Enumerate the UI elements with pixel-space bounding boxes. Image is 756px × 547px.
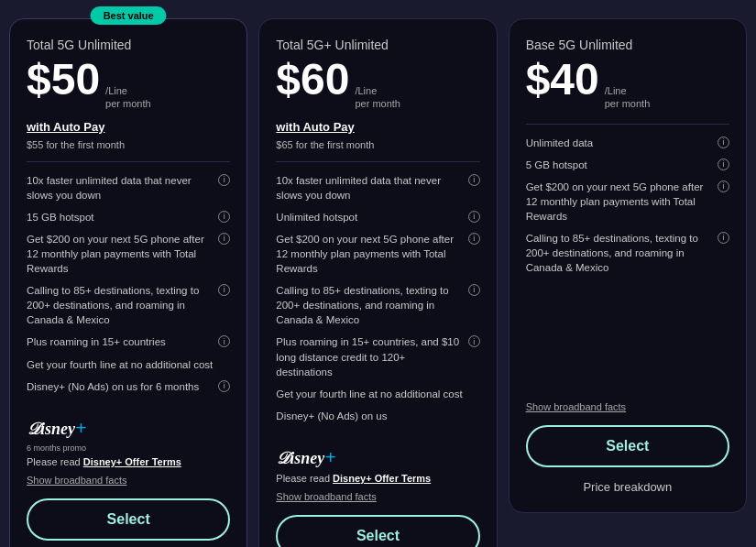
info-icon[interactable]: i	[468, 211, 480, 223]
feature-text: Disney+ (No Ads) on us	[276, 409, 479, 423]
offer-terms: Please read Disney+ Offer Terms	[27, 456, 230, 467]
feature-text: Get $200 on your next 5G phone after 12 …	[276, 232, 464, 276]
first-month-note: $65 for the first month	[276, 139, 479, 150]
feature-text: Plus roaming in 15+ countries, and $10 l…	[276, 334, 464, 378]
plan-card-base-5g-unlimited: Base 5G Unlimited $40 /Line per month Un…	[509, 18, 747, 513]
disney-wordmark: 𝒟isney+	[276, 445, 336, 469]
offer-terms-link[interactable]: Disney+ Offer Terms	[83, 456, 181, 467]
disney-plus-sign: +	[75, 416, 87, 439]
plan-feature-5: Get your fourth line at no additional co…	[276, 383, 479, 405]
info-icon[interactable]: i	[718, 232, 729, 244]
disney-plus-sign: +	[324, 445, 336, 468]
feature-text: 10x faster unlimited data that never slo…	[27, 173, 214, 202]
info-icon[interactable]: i	[468, 284, 480, 296]
info-icon[interactable]: i	[218, 174, 230, 186]
plan-feature-1: 5 GB hotspot i	[526, 154, 729, 176]
plan-card-total-5g-unlimited: Best valueTotal 5G Unlimited $50 /Line p…	[9, 18, 247, 547]
auto-pay-label: with Auto Pay	[276, 120, 479, 134]
best-value-badge: Best value	[91, 6, 167, 25]
offer-terms-link[interactable]: Disney+ Offer Terms	[333, 473, 431, 484]
feature-text: Calling to 85+ destinations, texting to …	[526, 231, 714, 275]
disney-logo: 𝒟isney+	[27, 416, 230, 440]
plan-features: Unlimited data i 5 GB hotspot i Get $200…	[526, 132, 729, 390]
info-icon[interactable]: i	[718, 181, 729, 192]
feature-text: Plus roaming in 15+ countries	[27, 334, 214, 349]
feature-text: Get $200 on your next 5G phone after 12 …	[526, 180, 714, 224]
first-month-note: $55 for the first month	[27, 139, 230, 150]
plan-price-row: $50 /Line per month	[27, 58, 230, 111]
plan-price-amount: $50	[27, 58, 100, 102]
plan-price-unit: /Line	[355, 84, 400, 97]
plan-price-unit: /Line	[105, 84, 151, 97]
feature-text: 10x faster unlimited data that never slo…	[276, 173, 464, 202]
plan-price-row: $40 /Line per month	[526, 58, 729, 111]
broadband-link[interactable]: Show broadband facts	[526, 401, 729, 412]
plan-price-amount: $40	[526, 58, 599, 102]
info-icon[interactable]: i	[218, 211, 230, 223]
disney-promo: 6 months promo	[27, 443, 230, 453]
plan-price-row: $60 /Line per month	[276, 58, 479, 111]
feature-text: Unlimited hotspot	[276, 210, 464, 224]
feature-text: Calling to 85+ destinations, texting to …	[276, 283, 464, 327]
select-button[interactable]: Select	[27, 498, 230, 541]
feature-text: Get your fourth line at no additional co…	[27, 357, 230, 372]
plan-feature-6: Disney+ (No Ads) on us for 6 months i	[27, 376, 230, 398]
plan-feature-4: Plus roaming in 15+ countries i	[27, 331, 230, 353]
plan-feature-6: Disney+ (No Ads) on us	[276, 405, 479, 427]
plan-price-period: per month	[355, 97, 400, 110]
info-icon[interactable]: i	[468, 174, 480, 186]
plan-price-amount: $60	[276, 58, 349, 102]
plan-feature-3: Calling to 85+ destinations, texting to …	[27, 279, 230, 331]
section-divider	[526, 124, 729, 125]
feature-text: Calling to 85+ destinations, texting to …	[27, 283, 214, 327]
info-icon[interactable]: i	[218, 380, 230, 392]
plan-feature-2: Get $200 on your next 5G phone after 12 …	[526, 176, 729, 227]
plan-feature-0: 10x faster unlimited data that never slo…	[27, 170, 230, 206]
plan-feature-1: 15 GB hotspot i	[27, 206, 230, 228]
plan-feature-3: Calling to 85+ destinations, texting to …	[526, 227, 729, 279]
plan-feature-1: Unlimited hotspot i	[276, 206, 479, 228]
feature-text: 15 GB hotspot	[27, 210, 214, 224]
price-breakdown-link[interactable]: Price breakdown	[526, 476, 729, 498]
offer-terms: Please read Disney+ Offer Terms	[276, 473, 479, 484]
plan-feature-3: Calling to 85+ destinations, texting to …	[276, 279, 479, 331]
plan-price-period: per month	[605, 97, 651, 110]
plan-feature-0: 10x faster unlimited data that never slo…	[276, 170, 479, 206]
plan-feature-2: Get $200 on your next 5G phone after 12 …	[27, 228, 230, 279]
feature-text: Disney+ (No Ads) on us for 6 months	[27, 379, 214, 394]
feature-text: 5 GB hotspot	[526, 158, 714, 172]
info-icon[interactable]: i	[468, 335, 480, 347]
disney-wordmark: 𝒟isney+	[27, 416, 87, 440]
plan-price-suffix: /Line per month	[105, 84, 151, 111]
section-divider	[27, 161, 230, 162]
feature-text: Unlimited data	[526, 136, 714, 150]
feature-text: Get your fourth line at no additional co…	[276, 387, 479, 401]
select-button[interactable]: Select	[526, 425, 729, 467]
info-icon[interactable]: i	[218, 335, 230, 347]
plan-name: Total 5G Unlimited	[27, 38, 230, 52]
plan-features: 10x faster unlimited data that never slo…	[27, 170, 230, 398]
feature-text: Get $200 on your next 5G phone after 12 …	[27, 232, 214, 276]
info-icon[interactable]: i	[218, 284, 230, 296]
info-icon[interactable]: i	[718, 137, 729, 148]
plan-name: Total 5G+ Unlimited	[276, 38, 479, 52]
plan-price-suffix: /Line per month	[605, 84, 651, 111]
disney-logo: 𝒟isney+	[276, 445, 479, 469]
plan-card-total-5g-plus-unlimited: Total 5G+ Unlimited $60 /Line per month …	[258, 18, 497, 547]
select-button[interactable]: Select	[276, 515, 479, 547]
plan-features: 10x faster unlimited data that never slo…	[276, 170, 479, 427]
plan-price-period: per month	[105, 97, 151, 110]
plan-feature-2: Get $200 on your next 5G phone after 12 …	[276, 228, 479, 279]
info-icon[interactable]: i	[218, 233, 230, 245]
broadband-link[interactable]: Show broadband facts	[276, 491, 479, 502]
info-icon[interactable]: i	[718, 159, 729, 170]
plan-feature-5: Get your fourth line at no additional co…	[27, 354, 230, 376]
info-icon[interactable]: i	[468, 233, 480, 245]
section-divider	[276, 161, 479, 162]
plan-name: Base 5G Unlimited	[526, 38, 729, 52]
broadband-link[interactable]: Show broadband facts	[27, 475, 230, 486]
plan-feature-0: Unlimited data i	[526, 132, 729, 154]
plans-container: Best valueTotal 5G Unlimited $50 /Line p…	[9, 18, 747, 547]
plan-price-suffix: /Line per month	[355, 84, 400, 111]
auto-pay-label: with Auto Pay	[27, 120, 230, 134]
